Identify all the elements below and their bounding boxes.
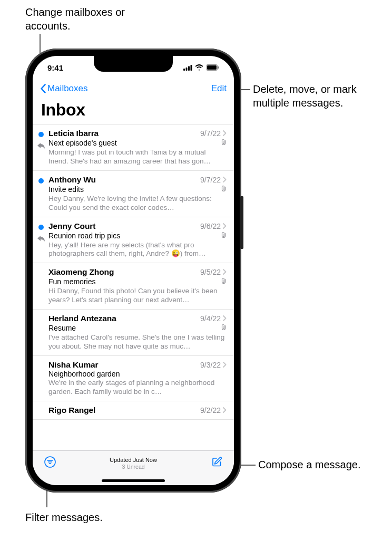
compose-button[interactable] [211,456,222,468]
filter-button[interactable] [44,456,56,468]
message-preview: Hey, y'all! Here are my selects (that's … [48,241,227,259]
paperclip-icon [221,138,227,148]
callout-filter: Filter messages. [25,510,131,524]
callout-compose: Compose a message. [258,458,379,471]
message-subject: Fun memories [48,277,99,286]
chevron-right-icon [223,361,227,369]
reply-icon [37,141,45,148]
edit-button[interactable]: Edit [211,83,227,94]
chevron-right-icon [223,176,227,184]
message-row[interactable]: Rigo Rangel9/2/22 [33,401,234,420]
home-indicator [102,479,165,482]
message-date: 9/5/22 [200,268,221,276]
unread-dot-icon [38,178,44,184]
message-preview: Hi Danny, Found this photo! Can you beli… [48,287,227,305]
page-title: Inbox [33,98,234,124]
message-row[interactable]: Jenny Court9/6/22Reunion road trip picsH… [33,217,234,264]
message-date: 9/2/22 [200,406,221,414]
message-date: 9/3/22 [200,361,221,369]
message-row[interactable]: Xiaomeng Zhong9/5/22Fun memoriesHi Danny… [33,263,234,310]
message-sender: Leticia Ibarra [48,129,99,138]
message-sender: Nisha Kumar [48,360,99,370]
svg-rect-6 [218,66,219,69]
message-subject: Neighborhood garden [48,370,123,378]
message-row[interactable]: Leticia Ibarra9/7/22Next episode's guest… [33,124,234,171]
chevron-left-icon [40,84,46,93]
paperclip-icon [221,277,227,286]
status-time: 9:41 [47,63,63,72]
chevron-right-icon [223,129,227,138]
message-sender: Anthony Wu [48,175,96,185]
message-subject: Invite edits [48,185,87,194]
battery-icon [206,64,219,71]
back-label: Mailboxes [47,83,88,94]
message-sender: Herland Antezana [48,314,116,323]
toolbar: Updated Just Now 3 Unread [33,450,234,485]
message-row[interactable]: Anthony Wu9/7/22Invite editsHey Danny, W… [33,171,234,217]
message-preview: We're in the early stages of planning a … [48,379,227,397]
message-list[interactable]: Leticia Ibarra9/7/22Next episode's guest… [33,124,234,450]
message-date: 9/6/22 [200,222,221,230]
chevron-right-icon [223,268,227,276]
callout-mailboxes: Change mailboxes or accounts. [25,5,131,33]
svg-rect-0 [183,69,185,71]
side-button [240,196,243,249]
callout-edit: Delete, move, or mark multiple messages. [253,82,379,110]
chevron-right-icon [223,314,227,323]
message-sender: Xiaomeng Zhong [48,267,114,277]
svg-rect-1 [186,68,188,71]
svg-rect-2 [188,66,190,71]
notch [94,56,173,72]
message-sender: Jenny Court [48,221,95,231]
unread-dot-icon [38,225,44,230]
unread-dot-icon [38,132,44,137]
svg-rect-3 [191,65,192,71]
reply-icon [37,234,45,240]
chevron-right-icon [223,406,227,414]
chevron-right-icon [223,222,227,230]
message-subject: Resume [48,324,79,332]
message-subject: Reunion road trip pics [48,232,123,240]
back-button[interactable]: Mailboxes [40,83,88,94]
message-preview: I've attached Carol's resume. She's the … [48,333,227,351]
toolbar-unread: 3 Unread [110,464,157,471]
paperclip-icon [221,185,227,194]
paperclip-icon [221,231,227,240]
message-preview: Hey Danny, We're loving the invite! A fe… [48,195,227,213]
paperclip-icon [221,323,227,333]
message-row[interactable]: Nisha Kumar9/3/22Neighborhood gardenWe'r… [33,356,234,401]
svg-rect-5 [207,65,217,70]
message-subject: Next episode's guest [48,139,120,147]
message-sender: Rigo Rangel [48,406,95,415]
toolbar-status: Updated Just Now [110,456,157,464]
message-date: 9/4/22 [200,314,221,323]
phone-frame: 9:41 Mailboxes [25,49,241,493]
message-date: 9/7/22 [200,129,221,138]
cellular-icon [183,65,192,71]
message-preview: Morning! I was put in touch with Tania b… [48,148,227,166]
wifi-icon [195,64,203,71]
message-date: 9/7/22 [200,176,221,184]
message-row[interactable]: Herland Antezana9/4/22ResumeI've attache… [33,310,234,356]
